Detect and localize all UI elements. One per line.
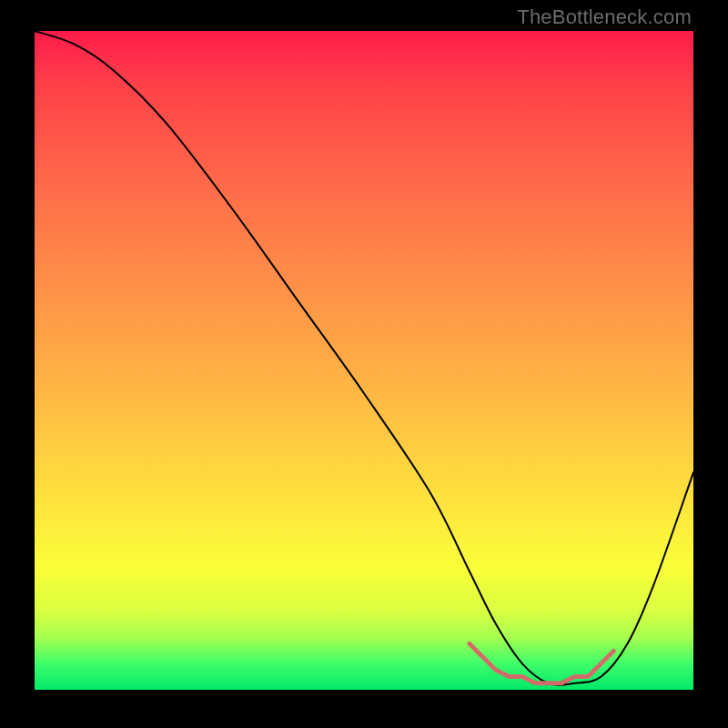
chart-svg [35, 31, 693, 690]
watermark-text: TheBottleneck.com [517, 5, 692, 29]
chart-frame: TheBottleneck.com [0, 0, 728, 728]
series-group [35, 31, 693, 685]
series-bottleneck-curve [35, 31, 693, 685]
series-optimal-range [470, 643, 614, 682]
plot-area [35, 31, 693, 690]
